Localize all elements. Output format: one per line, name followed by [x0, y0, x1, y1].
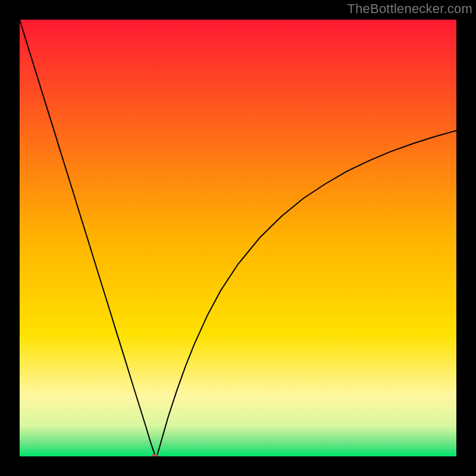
attribution-text: TheBottlenecker.com: [347, 1, 472, 17]
plot-area: [20, 20, 456, 456]
plot-svg: [20, 20, 456, 456]
gradient-background: [20, 20, 456, 456]
chart-frame: TheBottlenecker.com: [0, 0, 476, 476]
